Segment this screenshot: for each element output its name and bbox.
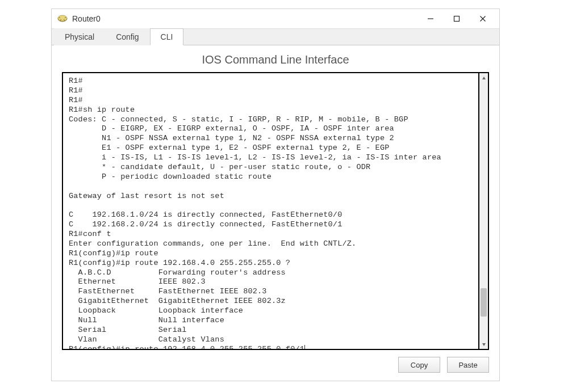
cli-terminal[interactable]: R1# R1# R1# R1#sh ip route Codes: C - co…: [62, 72, 479, 350]
svg-rect-3: [454, 16, 460, 22]
close-button[interactable]: [470, 10, 496, 27]
scroll-down-arrow[interactable]: [479, 339, 488, 349]
tabstrip: Physical Config CLI: [52, 28, 499, 45]
router-icon: [57, 14, 68, 24]
scroll-track[interactable]: [479, 83, 488, 339]
svg-point-1: [58, 15, 67, 21]
scroll-up-arrow[interactable]: [479, 73, 488, 83]
button-row: Copy Paste: [62, 357, 489, 373]
window-title: Router0: [72, 14, 417, 23]
tab-cli[interactable]: CLI: [150, 28, 184, 45]
text-cursor: [304, 345, 305, 351]
tab-content: IOS Command Line Interface R1# R1# R1# R…: [52, 45, 499, 381]
copy-button[interactable]: Copy: [398, 357, 440, 373]
tab-physical[interactable]: Physical: [54, 28, 105, 45]
tab-config[interactable]: Config: [105, 28, 149, 45]
terminal-container: R1# R1# R1# R1#sh ip route Codes: C - co…: [62, 72, 489, 350]
titlebar[interactable]: Router0: [52, 9, 499, 28]
cli-heading: IOS Command Line Interface: [62, 53, 489, 66]
scroll-thumb[interactable]: [481, 288, 487, 317]
scrollbar[interactable]: [479, 72, 489, 350]
terminal-output: R1# R1# R1# R1#sh ip route Codes: C - co…: [69, 77, 441, 350]
maximize-button[interactable]: [444, 10, 470, 27]
app-window: Router0 Physical Config CLI IOS Command …: [51, 9, 500, 381]
minimize-button[interactable]: [417, 10, 444, 27]
paste-button[interactable]: Paste: [447, 357, 489, 373]
window-controls: [417, 10, 496, 27]
